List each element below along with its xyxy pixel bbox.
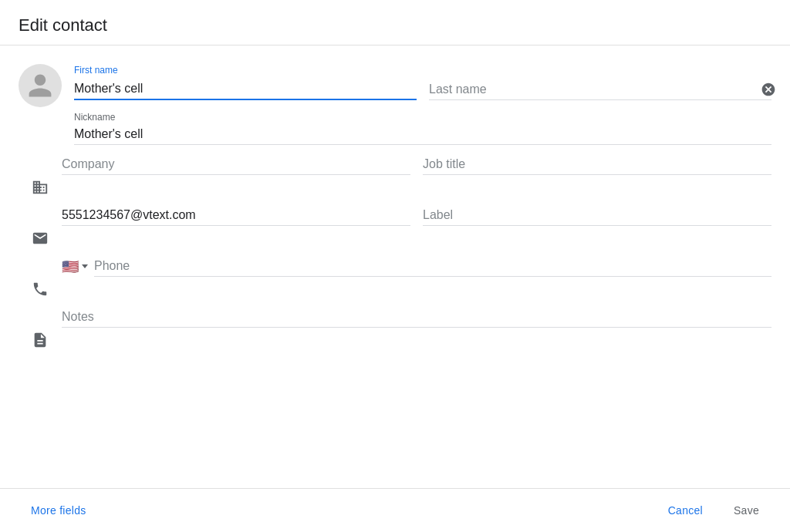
email-icon	[19, 205, 62, 247]
nickname-label: Nickname	[74, 112, 115, 123]
first-name-group: First name	[74, 64, 417, 100]
chevron-down-icon	[82, 264, 88, 268]
phone-icon	[19, 256, 62, 298]
email-label-input[interactable]	[423, 205, 771, 226]
dialog-title: Edit contact	[19, 15, 771, 35]
phone-input-row: 🇺🇸	[62, 256, 771, 277]
nickname-group: Nickname	[74, 109, 771, 145]
edit-contact-dialog: Edit contact First name	[0, 0, 790, 532]
name-section-row: First name Nickname	[19, 58, 771, 145]
cancel-button[interactable]: Cancel	[656, 498, 715, 523]
notes-fields	[62, 307, 771, 328]
company-group	[62, 154, 410, 175]
job-title-group	[423, 154, 771, 175]
email-fields	[62, 205, 771, 226]
first-name-input[interactable]	[74, 79, 417, 100]
email-input[interactable]	[62, 205, 410, 226]
notes-input[interactable]	[62, 307, 771, 328]
email-group	[62, 205, 410, 226]
country-selector[interactable]: 🇺🇸	[62, 257, 88, 277]
notes-row	[19, 307, 771, 348]
nickname-input[interactable]	[74, 124, 771, 145]
notes-icon	[19, 307, 62, 348]
job-title-input[interactable]	[423, 154, 771, 175]
email-row	[19, 205, 771, 247]
first-name-label: First name	[74, 64, 417, 77]
footer-right: Cancel Save	[656, 498, 771, 523]
last-name-input[interactable]	[429, 79, 771, 100]
company-input[interactable]	[62, 154, 410, 175]
avatar[interactable]	[19, 64, 62, 107]
email-label-group	[423, 205, 771, 226]
phone-fields: 🇺🇸	[62, 256, 771, 277]
phone-group: 🇺🇸	[62, 256, 771, 277]
name-fields-row: First name	[74, 64, 771, 100]
footer-left: More fields	[19, 498, 99, 523]
company-row	[19, 154, 771, 196]
dialog-footer: More fields Cancel Save	[0, 488, 790, 532]
clear-name-button[interactable]	[759, 80, 778, 99]
company-fields	[62, 154, 771, 175]
last-name-group	[429, 79, 771, 100]
notes-group	[62, 307, 771, 328]
dialog-body: First name Nickname	[0, 45, 790, 488]
phone-input[interactable]	[94, 256, 771, 277]
save-button[interactable]: Save	[721, 498, 771, 523]
phone-row: 🇺🇸	[19, 256, 771, 298]
country-flag: 🇺🇸	[62, 260, 79, 274]
dialog-header: Edit contact	[0, 0, 790, 45]
more-fields-button[interactable]: More fields	[19, 498, 99, 523]
company-icon	[19, 154, 62, 196]
